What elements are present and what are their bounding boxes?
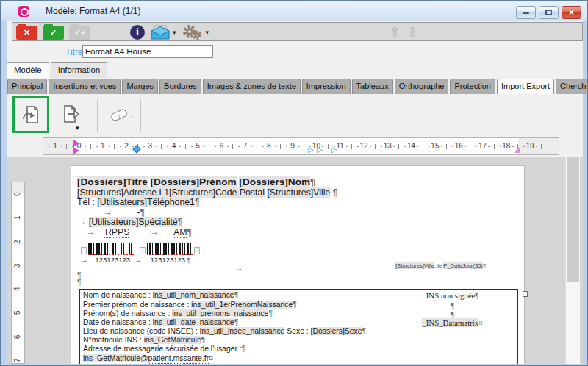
subtab-chercher[interactable]: Chercher... [556, 79, 588, 94]
barcode-anchor[interactable] [81, 247, 87, 254]
subtab-tableaux[interactable]: Tableaux [352, 79, 393, 94]
vertical-scrollbar[interactable]: ▲ [565, 157, 580, 364]
mail-dropdown-icon[interactable]: ▾ [173, 29, 176, 36]
subtab-marges[interactable]: Marges [122, 79, 158, 94]
ruler-number: 7 [7, 354, 30, 364]
text-segment: ¶ [451, 309, 454, 318]
text-segment: ¶ [475, 291, 478, 300]
ruler-number: 0 [7, 188, 30, 201]
pilcrow-mark: ¶ [187, 256, 190, 264]
export-button[interactable]: ▾ [52, 96, 89, 133]
text-segment: , le [434, 262, 443, 269]
ruler-number: 1 [7, 212, 30, 224]
text-segment: ¤ [209, 354, 213, 362]
barcode-anchor[interactable] [140, 247, 146, 254]
right-margin-marker[interactable] [514, 146, 520, 153]
ruler-number: 6 [7, 330, 30, 342]
text-segment: ¶ [310, 176, 316, 187]
app-icon [18, 6, 29, 17]
city-date-line: [Structures]Ville, le P_DateJour(35)¶ [395, 262, 486, 269]
ruler-number: 14 [399, 138, 423, 154]
subtab-bordures[interactable]: Bordures [159, 79, 201, 94]
document-page[interactable]: [Dossiers]Titre [Dossiers]Prénom [Dossie… [71, 165, 525, 364]
vertical-ruler[interactable]: 012345678 [11, 182, 25, 364]
doc-line-rpps-am: → RPPS → AM¶ [77, 228, 518, 237]
tab-information[interactable]: Information [51, 62, 108, 78]
ruler-number: 6 [209, 138, 233, 154]
move-up-icon[interactable]: ⇧ [389, 25, 406, 40]
maximize-button[interactable] [539, 6, 559, 19]
text-segment: Tél : [77, 197, 97, 207]
text-segment: ins_util_insee_naissance [200, 327, 285, 335]
ruler-number: 9 [281, 138, 304, 154]
text-segment: → [77, 217, 89, 227]
table-line: Premier prénom de naissance : ins_util_1… [83, 301, 384, 309]
move-down-icon[interactable]: ⇩ [406, 25, 424, 40]
tab-stop-marker[interactable]: ▷ [317, 146, 323, 154]
text-segment: : [137, 336, 144, 344]
subtab-impression[interactable]: Impression [302, 79, 351, 94]
table-line: Prénom(s) de naissance : ins_util_prenom… [83, 309, 384, 318]
text-segment: ¤ [478, 318, 482, 327]
text-segment: Prénom(s) de naissance : [83, 309, 172, 317]
table-line: N°matricule INS : ins_GetMatricule¶ [83, 336, 384, 345]
titre-label: Titre [65, 47, 83, 57]
text-segment: ¶ [242, 345, 246, 353]
cancel-icon: ✕ [24, 28, 30, 37]
ins-table[interactable]: Nom de naissance : ins_util_nom_naissanc… [79, 289, 518, 364]
subtab-principal[interactable]: Principal [7, 79, 47, 94]
text-segment: [Structures]Ville [267, 187, 330, 198]
cancel-close-button[interactable]: ✕ [16, 26, 37, 40]
ruler-number: 16 [447, 138, 470, 154]
info-button[interactable]: i [130, 25, 145, 40]
horizontal-ruler[interactable]: 1012345678910111213141516171819 ▷ ▷ ▷ [43, 137, 559, 155]
table-line: Nom de naissance : ins_util_nom_naissanc… [83, 291, 384, 300]
tab-stop-marker[interactable]: ▷ [331, 146, 337, 154]
ruler-number: 13 [376, 138, 399, 154]
doc-line-phone: Tél : [Utilisateurs]Téléphone1¶ [77, 198, 518, 207]
ruler-number: 12 [352, 138, 376, 154]
send-mail-button[interactable]: ▾ [150, 25, 176, 40]
tab-modele[interactable]: Modèle [7, 62, 49, 78]
ruler-number: 4 [162, 138, 185, 154]
subtab-insertions-et-vues[interactable]: Insertions et vues [49, 79, 121, 94]
document-area: 012345678 [Dossiers]Titre [Dossiers]Prén… [7, 157, 583, 364]
ruler-number: 8 [257, 138, 281, 154]
text-segment: ¶ [333, 187, 338, 198]
ribbon-separator [97, 99, 98, 132]
barcode-row [81, 239, 518, 255]
settings-dropdown-icon[interactable]: ▾ [206, 29, 209, 36]
ruler-number: 1 [43, 138, 67, 154]
barcode-number-am: 123123123 [151, 256, 186, 264]
move-arrows: ⇧⇩ [389, 24, 424, 41]
subtab-import-export[interactable]: Import Export [497, 79, 554, 94]
text-segment: ins_util_1erPrenomNaissance [191, 301, 293, 309]
text-segment: N°matricule [83, 336, 125, 344]
barcode-am[interactable] [147, 243, 193, 255]
import-button[interactable] [12, 96, 49, 133]
text-segment: - [112, 207, 140, 218]
titre-input[interactable] [82, 45, 213, 58]
subtab-protection[interactable]: Protection [450, 79, 495, 94]
subtab-orthographe[interactable]: Orthographe [395, 79, 449, 94]
ruler-number: 3 [138, 138, 162, 154]
ruler-number: 5 [186, 138, 209, 154]
export-dropdown-icon[interactable]: ▾ [76, 124, 79, 132]
text-segment: INS [426, 291, 439, 300]
tab-stop-marker[interactable]: ▷ [308, 146, 314, 154]
subtab-images-zones-de-texte[interactable]: Images & zones de texte [203, 79, 301, 94]
barcode-anchor[interactable] [194, 247, 200, 254]
barcode-number-rpps: 123123123 [96, 256, 131, 264]
validate-button[interactable]: ✓ [43, 26, 64, 40]
ins-table-left-cell: Nom de naissance : ins_util_nom_naissanc… [80, 290, 387, 364]
close-button[interactable]: × [562, 6, 581, 19]
text-segment: ins_GetMatricule [144, 336, 201, 344]
scrollbar-thumb[interactable] [567, 157, 579, 282]
text-segment: RPPS [105, 227, 130, 237]
left-margin-marker-bottom [74, 147, 79, 154]
settings-button[interactable]: ▾ [182, 24, 209, 40]
text-segment: ¶ [483, 262, 486, 269]
minimize-button[interactable] [516, 6, 536, 19]
barcode-rpps[interactable] [88, 243, 134, 255]
clear-button[interactable] [101, 96, 137, 133]
